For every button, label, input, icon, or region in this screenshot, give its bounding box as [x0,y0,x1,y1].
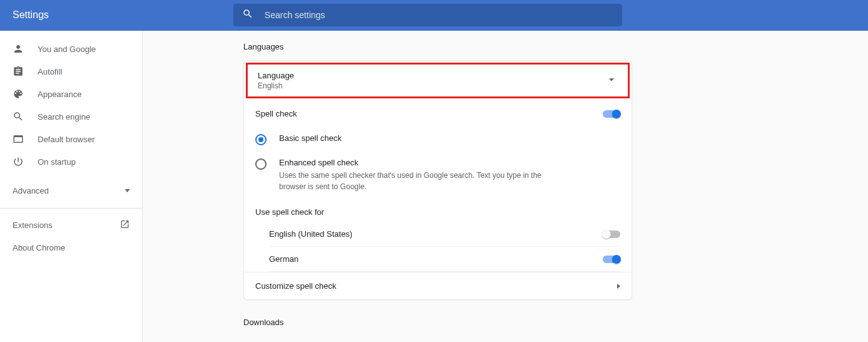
sidebar-item-search-engine[interactable]: Search engine [0,105,142,128]
spellcheck-lang-label: German [269,254,299,264]
languages-card: Language English Spell check Basic spell… [243,60,632,300]
radio-unselected-icon[interactable] [255,158,267,170]
search-input[interactable] [265,10,613,20]
sidebar-about-label: About Chrome [13,243,65,252]
spellcheck-lang-row: English (United States) [269,222,620,247]
sidebar-extensions[interactable]: Extensions [0,214,142,236]
sidebar-item-label: Search engine [38,112,90,122]
enhanced-spellcheck-label: Enhanced spell check [279,158,542,167]
sidebar-item-default-browser[interactable]: Default browser [0,128,142,150]
search-icon [13,111,38,122]
spellcheck-row: Spell check [244,100,632,127]
sidebar-item-label: You and Google [38,44,96,54]
section-title-languages: Languages [243,42,868,51]
search-icon [242,8,253,22]
spellcheck-label: Spell check [255,109,297,118]
spellcheck-toggle[interactable] [603,110,620,118]
basic-spellcheck-label: Basic spell check [279,133,342,143]
section-title-downloads: Downloads [243,318,868,327]
language-label: Language [258,71,294,80]
sidebar-item-on-startup[interactable]: On startup [0,150,142,173]
spellcheck-lang-toggle[interactable] [603,256,620,263]
spellcheck-lang-toggle[interactable] [603,231,620,238]
clipboard-icon [13,66,38,77]
main-content: Languages Language English Spell check B… [143,31,868,342]
customize-spellcheck-label: Customize spell check [255,281,336,291]
language-row[interactable]: Language English [246,63,630,98]
power-icon [13,156,38,167]
search-bar[interactable] [233,4,622,26]
sidebar-item-label: Appearance [38,90,82,99]
language-value: English [258,81,294,90]
sidebar-item-appearance[interactable]: Appearance [0,83,142,105]
enhanced-spellcheck-row[interactable]: Enhanced spell check Uses the same spell… [244,152,632,199]
chevron-down-icon [125,189,130,192]
person-icon [13,43,38,54]
spellcheck-lang-label: English (United States) [269,229,352,239]
sidebar: You and Google Autofill Appearance Searc… [0,31,143,342]
open-in-new-icon [120,219,130,231]
basic-spellcheck-row[interactable]: Basic spell check [244,127,632,152]
spellcheck-lang-row: German [269,247,620,272]
sidebar-extensions-label: Extensions [13,220,53,230]
palette-icon [13,88,38,100]
sidebar-item-autofill[interactable]: Autofill [0,60,142,83]
sidebar-item-label: Autofill [38,67,62,76]
radio-selected-icon[interactable] [255,134,267,145]
sidebar-item-label: Default browser [38,135,95,144]
divider [0,208,142,209]
enhanced-spellcheck-desc: Uses the same spell checker that's used … [279,170,542,192]
arrow-right-icon [617,284,620,289]
sidebar-item-you-and-google[interactable]: You and Google [0,38,142,60]
app-header: Settings [0,0,868,31]
chevron-down-icon [605,73,618,88]
sidebar-advanced[interactable]: Advanced [0,178,142,203]
customize-spellcheck-row[interactable]: Customize spell check [244,272,632,299]
page-title: Settings [13,9,49,21]
sidebar-advanced-label: Advanced [13,186,49,195]
sidebar-about-chrome[interactable]: About Chrome [0,236,142,259]
browser-icon [13,133,38,145]
use-spellcheck-for-label: Use spell check for [244,199,632,222]
sidebar-item-label: On startup [38,157,76,167]
